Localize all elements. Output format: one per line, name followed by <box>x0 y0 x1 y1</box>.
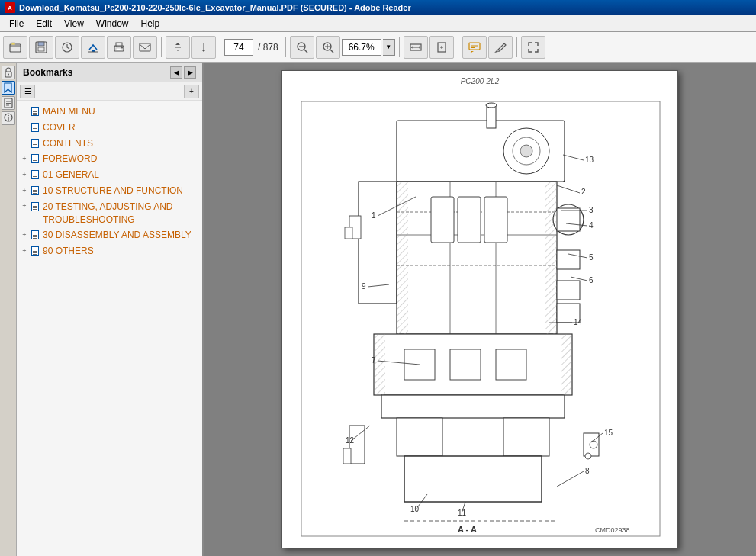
info-tab[interactable] <box>2 111 15 125</box>
bookmarks-collapse-button[interactable]: ◀ <box>170 66 182 79</box>
toolbar-separator-2 <box>220 37 220 57</box>
svg-rect-8 <box>116 48 122 50</box>
svg-point-60 <box>585 453 591 459</box>
upload-button[interactable] <box>81 36 105 59</box>
zoom-out-button[interactable] <box>290 36 314 59</box>
bookmarks-expand-button[interactable]: ▶ <box>184 66 196 79</box>
svg-rect-63 <box>545 182 557 334</box>
menu-edit[interactable]: Edit <box>30 17 58 31</box>
fit-width-button[interactable] <box>404 36 428 59</box>
menu-help[interactable]: Help <box>135 17 166 31</box>
bookmarks-panel-title: Bookmarks <box>23 67 72 78</box>
menu-file[interactable]: File <box>3 17 30 31</box>
svg-point-21 <box>8 115 9 117</box>
bookmark-contents[interactable]: CONTENTS <box>17 136 202 152</box>
bookmark-others-label: 90 OTHERS <box>43 245 199 258</box>
zoom-in-button[interactable] <box>316 36 340 59</box>
bookmark-disassembly[interactable]: + 30 DISASSEMBLY AND ASSEMBLY <box>17 227 202 243</box>
comment-button[interactable] <box>462 36 487 59</box>
svg-text:11: 11 <box>458 509 467 517</box>
print-button[interactable] <box>107 36 131 59</box>
bookmark-testing[interactable]: + 20 TESTING, ADJUSTING AND TROUBLESHOOT… <box>17 199 202 228</box>
svg-rect-64 <box>374 334 385 395</box>
svg-rect-27 <box>487 105 496 128</box>
page-number-input[interactable] <box>224 39 253 56</box>
general-expand-icon[interactable]: + <box>20 169 29 180</box>
title-bar: A Download_Komatsu_Pc200-210-220-250lc-6… <box>0 0 756 15</box>
svg-point-18 <box>8 74 9 76</box>
svg-text:6: 6 <box>589 276 594 284</box>
svg-point-28 <box>486 103 497 108</box>
bookmark-cover[interactable]: COVER <box>17 120 202 136</box>
page-total: / 878 <box>255 42 281 53</box>
bookmarks-tab[interactable] <box>2 81 15 95</box>
technical-drawing: 1 2 3 4 5 6 7 <box>298 98 664 540</box>
bookmark-contents-label: CONTENTS <box>43 137 199 150</box>
open-button[interactable] <box>3 36 27 59</box>
toolbar: / 878 ▼ <box>0 32 756 63</box>
svg-text:4: 4 <box>589 221 594 230</box>
toolbar-separator-6 <box>516 37 517 57</box>
svg-text:CMD02938: CMD02938 <box>595 526 630 534</box>
svg-text:2: 2 <box>581 188 586 196</box>
bookmarks-options-button[interactable]: ☰ <box>20 85 35 98</box>
bookmark-main-menu-label: MAIN MENU <box>43 105 199 118</box>
page-icon <box>31 201 40 212</box>
markup-button[interactable] <box>488 36 513 59</box>
svg-text:A - A: A - A <box>458 525 477 534</box>
svg-text:9: 9 <box>362 282 366 291</box>
testing-expand-icon[interactable]: + <box>20 201 29 212</box>
fullscreen-button[interactable] <box>521 36 545 59</box>
bookmarks-header: Bookmarks ◀ ▶ <box>17 63 202 82</box>
security-tab[interactable] <box>2 66 15 79</box>
app-icon: A <box>5 2 15 13</box>
svg-text:14: 14 <box>574 318 583 326</box>
toolbar-separator-3 <box>285 37 286 57</box>
properties-button[interactable] <box>55 36 79 59</box>
structure-expand-icon[interactable]: + <box>20 185 29 196</box>
bookmark-foreword-label: FOREWORD <box>43 153 199 166</box>
bookmark-main-menu[interactable]: MAIN MENU <box>17 104 202 120</box>
bookmark-structure[interactable]: + 10 STRUCTURE AND FUNCTION <box>17 183 202 199</box>
bookmark-general-label: 01 GENERAL <box>43 169 199 182</box>
left-panel-tabs <box>0 63 17 556</box>
pdf-page: PC200-2L2 <box>281 70 678 548</box>
bookmark-cover-label: COVER <box>43 121 199 134</box>
svg-rect-3 <box>38 42 44 46</box>
svg-text:5: 5 <box>589 253 594 262</box>
svg-rect-48 <box>450 349 481 380</box>
bookmark-others[interactable]: + 90 OTHERS <box>17 243 202 259</box>
email-button[interactable] <box>133 36 157 59</box>
svg-text:7: 7 <box>372 356 376 365</box>
svg-text:15: 15 <box>604 429 613 437</box>
menu-view[interactable]: View <box>58 17 90 31</box>
page-icon <box>31 138 40 149</box>
foreword-expand-icon[interactable]: + <box>20 153 29 164</box>
disassembly-expand-icon[interactable]: + <box>20 230 29 240</box>
svg-text:1: 1 <box>372 211 376 220</box>
bookmark-foreword[interactable]: + FOREWORD <box>17 151 202 167</box>
prev-page-button[interactable] <box>166 36 190 59</box>
zoom-level-input[interactable] <box>342 39 381 56</box>
bookmarks-toolbar: ☰ + <box>17 82 202 101</box>
bookmarks-tree: MAIN MENU COVER CONTENTS + <box>17 101 202 556</box>
fit-page-button[interactable] <box>429 36 454 59</box>
pages-tab[interactable] <box>2 96 15 110</box>
save-button[interactable] <box>29 36 53 59</box>
bookmarks-new-button[interactable]: + <box>184 85 199 98</box>
bookmark-general[interactable]: + 01 GENERAL <box>17 167 202 183</box>
window-title: Download_Komatsu_Pc200-210-220-250lc-6le… <box>19 3 411 12</box>
menu-window[interactable]: Window <box>90 17 135 31</box>
page-icon <box>31 230 40 240</box>
expand-icon <box>20 122 29 133</box>
svg-text:3: 3 <box>589 206 594 214</box>
pdf-viewer-area[interactable]: PC200-2L2 <box>204 63 756 556</box>
svg-rect-49 <box>496 349 526 380</box>
zoom-dropdown-button[interactable]: ▼ <box>383 39 395 56</box>
svg-rect-1 <box>11 43 15 45</box>
svg-rect-50 <box>381 395 565 418</box>
svg-rect-52 <box>503 418 549 456</box>
next-page-button[interactable] <box>191 36 216 59</box>
others-expand-icon[interactable]: + <box>20 246 29 256</box>
bookmarks-panel: Bookmarks ◀ ▶ ☰ + MAIN MENU <box>17 63 204 556</box>
